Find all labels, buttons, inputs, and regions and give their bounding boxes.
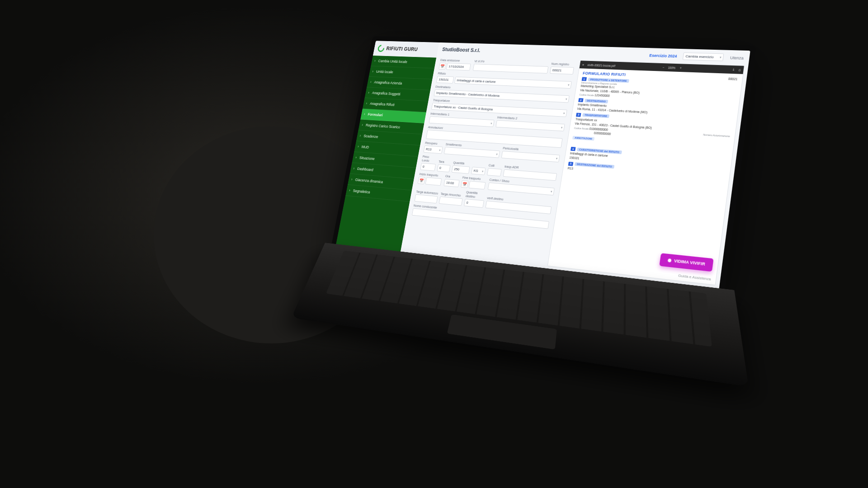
print-icon[interactable]: ⎙	[739, 68, 741, 71]
pdf-document: FORMULARIO RIFIUTI 00021 1PRODUTTORE o D…	[548, 68, 743, 285]
value: 01000000000	[589, 127, 608, 131]
cambia-esercizio-select[interactable]: Cambia esercizio	[683, 52, 724, 61]
section-tag: ANNOTAZIONI	[572, 136, 594, 141]
vivifir-input[interactable]	[473, 64, 549, 74]
label: Quantità destino	[465, 190, 486, 200]
utenza-link[interactable]: Utenza	[730, 55, 744, 60]
brand: RIFIUTI GURU	[373, 41, 439, 57]
value: 123450000	[594, 94, 610, 97]
workspace: Data emissione 📅 17/10/2024 Vi.Vi.Fir	[400, 56, 748, 290]
quantita-input[interactable]: 250	[452, 165, 470, 174]
label: Tara	[439, 160, 452, 164]
logo-icon	[377, 43, 386, 53]
pdf-filename: vivifir-00021-bozza.pdf	[587, 63, 616, 67]
targa-automezzo-input[interactable]	[415, 194, 438, 203]
fine-trasporto-input[interactable]	[468, 181, 486, 189]
brand-name: RIFIUTI GURU	[386, 46, 419, 52]
label	[472, 162, 486, 167]
doc-number: 00021	[728, 77, 738, 82]
label: Quantità	[453, 161, 471, 166]
label: Peso Lordo	[422, 155, 438, 163]
zoom-in-icon[interactable]: ＋	[679, 66, 682, 70]
doc-title: FORMULARIO RIFIUTI	[582, 71, 626, 77]
unita-select[interactable]: KG	[471, 167, 486, 175]
label: Recupero	[425, 141, 444, 146]
data-emissione-input[interactable]: 17/10/2024	[446, 63, 471, 70]
tara-input[interactable]: 0	[437, 164, 450, 172]
field-label: Codice fiscale	[579, 93, 594, 96]
label: Num.registro	[551, 62, 575, 66]
num-registro-input[interactable]: 00021	[550, 66, 574, 75]
calendar-icon[interactable]: 📅	[461, 180, 469, 188]
label: Colli	[488, 163, 503, 168]
pdf-zoom: 100%	[668, 66, 676, 69]
download-icon[interactable]: ⤓	[732, 68, 735, 71]
label: Data emissione	[440, 58, 472, 63]
inizio-trasporto-input[interactable]	[425, 177, 442, 186]
calendar-icon[interactable]: 📅	[439, 63, 446, 70]
colli-input[interactable]	[487, 168, 502, 177]
preview-pane: ≡ vivifir-00021-bozza.pdf − 100% ＋ ⤓ ⎙	[547, 60, 745, 285]
calendar-icon[interactable]: 📅	[418, 177, 425, 184]
esercizio-label[interactable]: Esercizio 2024	[649, 53, 678, 58]
section-number: 4	[571, 147, 576, 151]
section-number: 1	[581, 77, 587, 81]
targa-rimorchio-input[interactable]	[439, 197, 463, 206]
label: Ora	[445, 174, 460, 179]
main: StudioBoost S.r.l. Esercizio 2024 Cambia…	[400, 42, 750, 290]
field-label: Codice fiscale	[574, 127, 589, 130]
section-number: 2	[578, 98, 584, 102]
quantita-destino-input[interactable]: 0	[464, 199, 484, 208]
company-name: StudioBoost S.r.l.	[442, 47, 481, 53]
section-number: 5	[568, 162, 574, 166]
recupero-select[interactable]: R13	[423, 145, 443, 154]
zoom-out-icon[interactable]: −	[662, 66, 665, 69]
section-number: 3	[576, 113, 581, 117]
peso-lordo-input[interactable]: 0	[420, 163, 436, 171]
rifiuto-code[interactable]: 150101	[436, 76, 454, 84]
ora-input[interactable]: 18:00	[443, 179, 459, 188]
laptop: RIFIUTI GURU Cambia Unità localeUnità lo…	[315, 36, 757, 389]
menu-icon[interactable]: ≡	[582, 63, 585, 66]
